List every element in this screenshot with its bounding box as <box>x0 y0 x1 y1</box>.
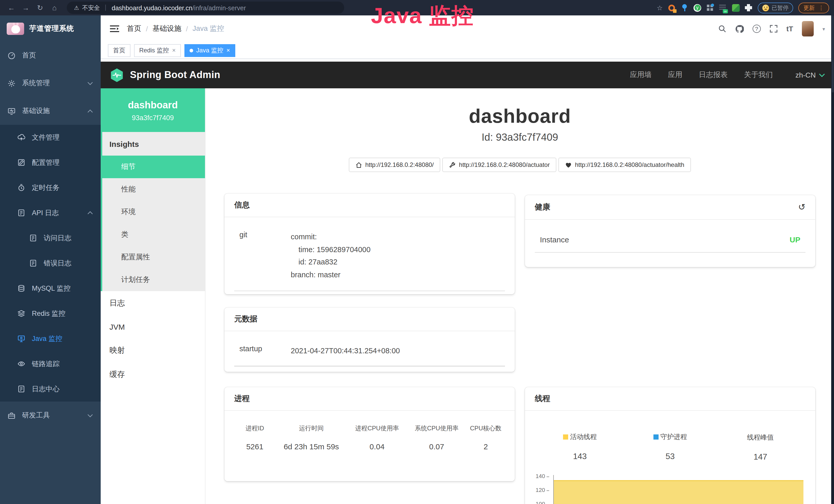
github-icon[interactable] <box>735 24 744 33</box>
dev-tools-icon <box>8 412 16 419</box>
profile-paused-badge[interactable]: 已暂停 <box>758 2 793 13</box>
font-size-icon[interactable] <box>787 25 793 33</box>
sidebar-item-label: 文件管理 <box>32 133 60 142</box>
address-bar[interactable]: 不安全 dashboard.yudao.iocoder.cn/infra/adm… <box>67 2 344 14</box>
y-axis-tick: 120 <box>535 487 549 493</box>
annotation-java-monitor: Java 监控 <box>371 1 474 31</box>
threads-chart: 140120100 <box>535 475 806 504</box>
sidebar-item-gear[interactable]: 系统管理 <box>0 69 101 97</box>
sba-nav-item[interactable]: 应用墙 <box>630 70 652 79</box>
breadcrumb-separator: / <box>186 25 188 33</box>
locale-label: zh-CN <box>795 71 816 79</box>
instance-sidebar-item[interactable]: 细节 <box>102 156 205 178</box>
sidebar-item-file-manage[interactable]: 文件管理 <box>0 125 101 150</box>
extension-icon[interactable] <box>668 4 676 12</box>
user-menu-caret-icon[interactable] <box>822 26 825 31</box>
gear-icon <box>8 79 16 87</box>
fullscreen-icon[interactable] <box>770 25 778 33</box>
extensions-puzzle-icon[interactable] <box>745 4 752 12</box>
browser-back-icon[interactable] <box>5 4 18 12</box>
instance-sidebar-item[interactable]: JVM <box>101 315 205 338</box>
scrollbar[interactable] <box>831 16 834 504</box>
sidebar-item-mysql-monitor[interactable]: MySQL 监控 <box>0 276 101 301</box>
instance-link-health-heart[interactable]: http://192.168.0.2:48080/actuator/health <box>558 158 691 172</box>
process-table: 进程ID5261运行时间6d 23h 15m 59s进程CPU使用率0.04系统… <box>234 424 505 451</box>
instance-header[interactable]: dashboard 93a3fc7f7409 <box>101 88 205 132</box>
extension-icon[interactable] <box>719 4 727 12</box>
instance-sidebar-item[interactable]: 缓存 <box>101 363 205 387</box>
instance-sidebar-item[interactable]: 类 <box>102 223 205 246</box>
extension-icon[interactable] <box>706 4 714 12</box>
instance-sidebar-item[interactable]: 性能 <box>102 178 205 201</box>
threads-legend: 活动线程143守护进程53线程峰值147 <box>535 432 806 462</box>
health-instance-label: Instance <box>540 235 569 244</box>
app-logo: 芋道管理系统 <box>0 16 101 42</box>
tab-close-icon[interactable] <box>226 47 230 54</box>
sidebar-item-scheduled-job[interactable]: 定时任务 <box>0 175 101 200</box>
sidebar-item-label: 访问日志 <box>44 233 71 243</box>
sidebar-item-log-center[interactable]: 日志中心 <box>0 376 101 402</box>
sidebar-item-access-log[interactable]: 访问日志 <box>0 225 101 251</box>
tab-redis-监控[interactable]: Redis 监控 <box>134 44 181 57</box>
help-icon[interactable] <box>752 25 761 33</box>
health-card: 健康 Instance UP <box>525 195 815 267</box>
extension-icon[interactable] <box>694 4 701 12</box>
instance-link-url: http://192.168.0.2:48080/actuator <box>459 161 550 168</box>
sidebar-item-home[interactable]: 首页 <box>0 42 101 69</box>
browser-home-icon[interactable] <box>48 4 61 12</box>
bookmark-star-icon[interactable] <box>657 4 663 12</box>
infrastructure-icon <box>8 107 16 115</box>
history-icon[interactable] <box>798 202 806 212</box>
info-value-line: time: 1596289704000 <box>291 243 371 256</box>
browser-update-button[interactable]: 更新 <box>798 2 829 13</box>
sidebar-item-config-manage[interactable]: 配置管理 <box>0 150 101 175</box>
extension-icon[interactable] <box>732 4 740 12</box>
info-value-line: commit: <box>291 231 371 243</box>
instance-sidebar-item[interactable]: 日志 <box>101 291 205 315</box>
instance-sidebar-item[interactable]: 配置属性 <box>102 246 205 269</box>
legend-value: 143 <box>535 452 625 461</box>
user-avatar[interactable] <box>802 21 814 37</box>
breadcrumb-item[interactable]: 首页 <box>127 24 141 33</box>
browser-reload-icon[interactable] <box>34 4 46 12</box>
breadcrumb-separator: / <box>146 25 148 33</box>
url-divider <box>106 5 106 11</box>
instance-sidebar-item[interactable]: 计划任务 <box>102 269 205 291</box>
locale-select[interactable]: zh-CN <box>795 71 825 79</box>
sidebar-item-error-log[interactable]: 错误日志 <box>0 251 101 276</box>
tab-label: 首页 <box>113 46 125 55</box>
security-warning-label: 不安全 <box>82 4 100 12</box>
y-axis-tick: 140 <box>535 473 549 479</box>
profile-avatar-emoji <box>762 4 769 11</box>
instance-link-home-link[interactable]: http://192.168.0.2:48080/ <box>349 158 440 172</box>
search-icon[interactable] <box>718 25 726 33</box>
extension-icon[interactable] <box>681 4 688 12</box>
sba-nav-item[interactable]: 应用 <box>668 70 682 79</box>
process-column: 进程CPU使用率0.04 <box>347 424 407 451</box>
health-instance-row[interactable]: Instance UP <box>535 231 806 253</box>
tab-首页[interactable]: 首页 <box>108 44 130 57</box>
sba-brand[interactable]: Spring Boot Admin <box>130 69 220 81</box>
sba-nav-item[interactable]: 关于我们 <box>744 70 773 79</box>
tab-java-监控[interactable]: Java 监控 <box>184 44 235 57</box>
sba-nav-item[interactable]: 日志报表 <box>699 70 728 79</box>
info-git-row: git commit:time: 1596289704000id: 27aa83… <box>234 229 505 291</box>
breadcrumb-item[interactable]: 基础设施 <box>153 24 181 33</box>
sidebar-item-redis-monitor[interactable]: Redis 监控 <box>0 301 101 326</box>
browser-forward-icon[interactable] <box>20 4 32 12</box>
instance-link-wrench[interactable]: http://192.168.0.2:48080/actuator <box>443 158 556 172</box>
sidebar-item-java-monitor[interactable]: Java 监控 <box>0 326 101 351</box>
browser-menu-icon[interactable] <box>818 4 824 11</box>
instance-sidebar-item[interactable]: 映射 <box>101 338 205 363</box>
chevron-up-icon <box>87 109 93 113</box>
sidebar-item-dev-tools[interactable]: 研发工具 <box>0 402 101 429</box>
process-card-title: 进程 <box>224 387 515 411</box>
hamburger-icon[interactable] <box>110 25 119 32</box>
instance-sidebar-item[interactable]: 环境 <box>102 201 205 223</box>
tab-close-icon[interactable] <box>172 47 176 54</box>
threads-card: 线程 活动线程143守护进程53线程峰值147 140120100 <box>525 387 815 504</box>
sidebar-item-api-log[interactable]: API 日志 <box>0 200 101 225</box>
sidebar-item-trace[interactable]: 链路追踪 <box>0 351 101 376</box>
sidebar-item-infrastructure[interactable]: 基础设施 <box>0 97 101 125</box>
sidebar-item-label: Redis 监控 <box>32 309 66 318</box>
